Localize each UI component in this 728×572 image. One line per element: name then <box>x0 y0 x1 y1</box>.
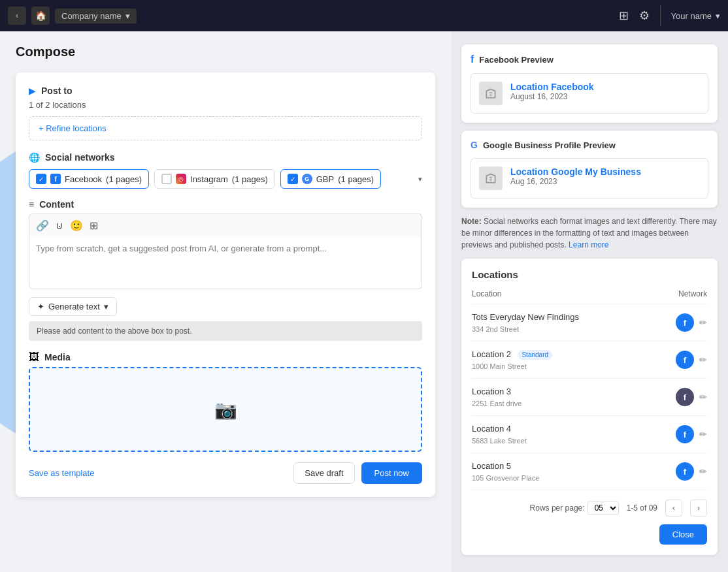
google-preview-date: Aug 16, 2023 <box>510 177 641 186</box>
network-cell: f ✏ <box>654 304 707 342</box>
col-network-header: Network <box>654 289 707 304</box>
location-address: 334 2nd Street <box>472 325 519 333</box>
facebook-preview-avatar <box>479 82 503 105</box>
instagram-chip[interactable]: ◎ Instagram (1 pages) <box>154 169 275 189</box>
social-networks-row: ✓ f Facebook (1 pages) ◎ Instagram (1 pa… <box>29 169 422 189</box>
nav-divider <box>660 6 661 25</box>
location-name: Location 3 <box>472 387 511 396</box>
preview-note: Note: Social networks each format images… <box>461 215 718 251</box>
settings-icon[interactable]: ⚙ <box>639 8 650 23</box>
emoji-icon[interactable]: 🙂 <box>70 219 83 232</box>
next-page-button[interactable]: › <box>690 500 707 516</box>
top-nav: ‹ 🏠 Company name ▾ ⊞ ⚙ Your name ▾ <box>0 0 728 31</box>
note-label: Note: <box>461 217 482 226</box>
compose-card: ▶ Post to 1 of 2 locations + Refine loca… <box>16 72 435 497</box>
media-icon: 🖼 <box>29 351 39 363</box>
facebook-label: Facebook <box>65 174 102 184</box>
facebook-icon: f <box>50 174 61 184</box>
nav-left: ‹ 🏠 Company name ▾ <box>8 7 137 25</box>
edit-location-button[interactable]: ✏ <box>699 429 707 439</box>
back-button[interactable]: ‹ <box>8 7 26 25</box>
generate-text-button[interactable]: ✦ Generate text ▾ <box>29 297 117 316</box>
edit-location-button[interactable]: ✏ <box>699 466 707 477</box>
google-preview-icon: G <box>471 140 478 150</box>
rows-per-page-select[interactable]: 05 10 25 <box>587 501 619 515</box>
facebook-checkbox[interactable]: ✓ <box>36 174 46 184</box>
facebook-preview-info: Location Facebook August 16, 2023 <box>510 82 594 101</box>
network-icon: f <box>676 351 694 369</box>
gbp-checkbox[interactable]: ✓ <box>288 174 298 184</box>
location-address: 5683 Lake Street <box>472 437 527 445</box>
content-label: Content <box>39 199 74 210</box>
social-networks-header: 🌐 Social networks <box>29 152 422 163</box>
network-cell: f ✏ <box>654 453 707 490</box>
refine-locations-button[interactable]: + Refine locations <box>29 116 422 140</box>
network-icon: f <box>676 388 694 406</box>
edit-location-button[interactable]: ✏ <box>699 355 707 365</box>
close-button[interactable]: Close <box>659 524 707 545</box>
rows-per-page-label: Rows per page: <box>530 503 585 513</box>
google-preview-info: Location Google My Business Aug 16, 2023 <box>510 167 641 186</box>
gbp-chip[interactable]: ✓ G GBP (1 pages) <box>280 169 381 189</box>
user-arrow: ▾ <box>716 11 720 21</box>
company-label: Company name <box>61 11 122 21</box>
edit-location-button[interactable]: ✏ <box>699 317 707 328</box>
content-textarea[interactable] <box>29 237 422 289</box>
location-cell: Location 2 Standard 1000 Main Street <box>472 342 654 379</box>
post-to-header: ▶ Post to <box>29 86 422 96</box>
edit-location-button[interactable]: ✏ <box>699 392 707 402</box>
facebook-preview-header: f Facebook Preview <box>471 54 708 65</box>
gbp-pages: (1 pages) <box>338 174 374 184</box>
camera-icon: 📷 <box>214 399 237 421</box>
generate-dropdown-arrow: ▾ <box>104 302 108 311</box>
sparkle-icon: ✦ <box>37 302 44 311</box>
footer-right-buttons: Save draft Post now <box>293 462 422 484</box>
instagram-icon: ◎ <box>176 174 186 184</box>
company-dropdown-arrow: ▾ <box>125 11 130 21</box>
networks-dropdown-arrow[interactable]: ▾ <box>418 175 422 183</box>
main-content: Compose ▶ Post to 1 of 2 locations + Ref… <box>0 31 728 572</box>
grid-icon[interactable]: ⊞ <box>619 8 629 23</box>
save-draft-button[interactable]: Save draft <box>293 462 354 484</box>
left-panel: Compose ▶ Post to 1 of 2 locations + Ref… <box>0 31 451 572</box>
facebook-preview-label: Facebook Preview <box>479 55 553 65</box>
post-now-button[interactable]: Post now <box>361 462 422 484</box>
prev-page-button[interactable]: ‹ <box>665 500 682 516</box>
facebook-preview-date: August 16, 2023 <box>510 92 594 101</box>
compose-footer: Save as template Save draft Post now <box>29 462 422 484</box>
location-name: Tots Everyday New Findings <box>472 312 579 322</box>
google-preview-avatar <box>479 167 503 190</box>
learn-more-link[interactable]: Learn more <box>569 240 608 249</box>
location-address: 1000 Main Street <box>472 362 527 370</box>
facebook-chip[interactable]: ✓ f Facebook (1 pages) <box>29 169 149 189</box>
save-template-button[interactable]: Save as template <box>29 468 94 478</box>
google-location-name: Location Google My Business <box>510 167 641 177</box>
link-icon[interactable]: 🔗 <box>36 219 49 232</box>
rss-icon[interactable]: ⊍ <box>56 219 63 232</box>
table-row: Location 4 5683 Lake Street f ✏ <box>472 416 707 453</box>
locations-title: Locations <box>472 269 707 280</box>
location-name: Location 5 <box>472 461 511 471</box>
facebook-preview-card: Location Facebook August 16, 2023 <box>471 73 708 114</box>
close-btn-container: Close <box>472 516 707 545</box>
media-label: Media <box>44 352 71 362</box>
content-toolbar: 🔗 ⊍ 🙂 ⊞ <box>29 214 422 237</box>
location-address: 105 Grosvenor Place <box>472 474 539 482</box>
network-icon: f <box>676 425 694 443</box>
network-icon: f <box>676 462 694 481</box>
company-selector[interactable]: Company name ▾ <box>55 8 137 24</box>
facebook-preview-icon: f <box>471 54 474 65</box>
google-preview-card: Location Google My Business Aug 16, 2023 <box>471 158 708 199</box>
google-preview-section: G Google Business Profile Preview Locati… <box>461 131 718 208</box>
home-button[interactable]: 🏠 <box>31 7 50 25</box>
facebook-pages: (1 pages) <box>106 174 142 184</box>
table-row: Location 3 2251 East drive f ✏ <box>472 379 707 416</box>
user-menu[interactable]: Your name ▾ <box>671 11 720 21</box>
col-location-header: Location <box>472 289 654 304</box>
user-name: Your name <box>671 11 712 21</box>
grid-content-icon[interactable]: ⊞ <box>90 219 98 232</box>
locations-table: Location Network Tots Everyday New Findi… <box>472 289 707 490</box>
instagram-checkbox[interactable] <box>161 174 172 184</box>
media-upload-area[interactable]: 📷 <box>29 367 422 452</box>
building-icon-2 <box>484 172 497 185</box>
